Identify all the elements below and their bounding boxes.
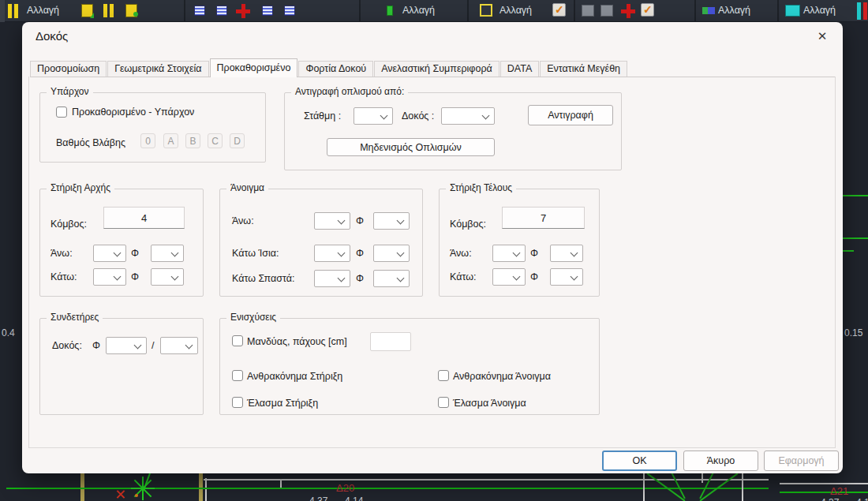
start-bottom-diameter-dropdown[interactable] [151,268,184,286]
toolbar-separator [694,0,696,22]
phi-label: Φ [530,271,538,282]
chevron-down-icon [397,249,405,257]
plate-span-checkbox[interactable] [438,397,449,408]
dimension-text: 0.4 [2,327,15,338]
toolbar-change-label[interactable]: Αλλαγή [718,5,750,16]
span-bottom-straight-count-dropdown[interactable] [314,245,350,262]
carbon-support-checkbox[interactable] [232,370,243,381]
stirrup-diameter-dropdown[interactable] [106,337,147,354]
span-top-count-dropdown[interactable] [314,212,350,230]
tab-geometrika-stoixeia[interactable]: Γεωμετρικά Στοιχεία [107,61,208,77]
chevron-down-icon [338,217,346,225]
jacket-checkbox[interactable] [232,335,243,346]
add-cross-icon[interactable] [235,3,251,19]
damage-grade-b-button[interactable]: B [185,133,200,148]
red-bar-icon[interactable] [863,2,867,20]
chevron-down-icon [482,112,490,120]
beam-dropdown[interactable] [441,107,495,125]
apply-button[interactable]: Εφαρμογή [764,451,839,471]
dimension-tick [280,479,282,488]
cyan-slab-icon[interactable] [785,5,800,17]
group-title: Στήριξη Τέλους [446,182,516,193]
span-group: Άνοιγμα Άνω: Φ Κάτω Ίσια: Φ Κάτω Σπαστά:… [219,189,423,297]
beam-columns-icon[interactable] [103,4,115,17]
plate-support-checkbox[interactable] [232,397,243,408]
top-label: Άνω: [51,248,73,259]
orange-check-icon[interactable] [641,3,654,17]
gray-tool-icon[interactable] [582,5,594,17]
damage-grade-c-button[interactable]: C [208,133,223,148]
chevron-down-icon [114,273,122,281]
application-window: Αλλαγή Αλλαγή Αλλαγή Αλλαγή Αλλαγή [0,0,868,501]
carbon-support-label: Ανθρακόνημα Στήριξη [247,371,342,382]
stirrups-group: Συνδετήρες Δοκός: Φ / [39,318,204,415]
start-top-count-dropdown[interactable] [93,245,126,262]
beam-line [843,250,854,252]
stirrup-spacing-dropdown[interactable] [160,337,198,354]
layers-icon[interactable] [284,6,295,16]
span-bottom-bent-diameter-dropdown[interactable] [373,270,410,287]
jacket-thickness-input[interactable] [370,332,411,351]
start-top-diameter-dropdown[interactable] [151,245,184,262]
tab-prosomiosi[interactable]: Προσομοίωση [30,61,107,77]
end-bottom-count-dropdown[interactable] [492,268,526,286]
ok-button[interactable]: OK [602,451,677,471]
toolbar-change-label[interactable]: Αλλαγή [499,5,532,16]
toolbar-change-label[interactable]: Αλλαγή [402,5,435,16]
wall-line [205,478,207,501]
beam-axis-line [780,492,868,493]
yellow-box-icon[interactable] [480,4,492,17]
dimension-text: 0.15 [844,327,862,338]
green-blue-icon[interactable] [702,7,715,14]
green-led-icon[interactable] [387,6,393,16]
layers-icon[interactable] [262,6,273,16]
tab-fortia-dokou[interactable]: Φορτία Δοκού [298,61,373,77]
chevron-down-icon [338,275,346,282]
beam-edit-icon[interactable] [81,4,93,17]
cancel-button[interactable]: Άκυρο [683,451,758,471]
span-bottom-bent-count-dropdown[interactable] [314,270,350,287]
tab-entatika-megethi[interactable]: Εντατικά Μεγέθη [540,61,627,77]
span-top-diameter-dropdown[interactable] [373,212,410,230]
beam-dialog: Δοκός ✕ Προσομοίωση Γεωμετρικά Στοιχεία … [22,22,843,473]
damage-grade-0-button[interactable]: 0 [140,133,155,148]
tab-prokathorismeno[interactable]: Προκαθορισμένο [210,58,298,77]
toolbar-change-label[interactable]: Αλλαγή [803,5,836,16]
chevron-down-icon [171,249,179,257]
green-dot-accent [133,12,138,17]
end-top-count-dropdown[interactable] [492,245,526,262]
node-label: Κόμβος: [450,219,486,230]
layers-icon[interactable] [194,6,205,16]
beam-check-icon[interactable] [125,4,137,17]
beam-pair-icon[interactable] [8,4,18,18]
toolbar-change-label[interactable]: Αλλαγή [27,5,59,16]
tab-anelastiki-symperifora[interactable]: Ανελαστική Συμπεριφορά [374,61,499,77]
level-dropdown[interactable] [354,107,393,125]
predefined-existing-checkbox[interactable] [56,107,67,118]
copy-button[interactable]: Αντιγραφή [528,105,613,125]
carbon-span-checkbox[interactable] [438,370,449,381]
phi-label: Φ [530,248,538,259]
gray-tool-icon[interactable] [600,5,613,17]
start-node-field[interactable]: 4 [103,207,185,229]
top-label: Άνω: [450,248,472,259]
layers-icon[interactable] [216,6,227,16]
reset-reinforcement-button[interactable]: Μηδενισμός Οπλισμών [327,138,495,156]
start-bottom-count-dropdown[interactable] [93,268,126,286]
end-node-field[interactable]: 7 [502,207,585,229]
end-bottom-diameter-dropdown[interactable] [550,268,583,286]
beam-label: Δ21 [830,485,848,497]
tab-data[interactable]: DATA [500,61,539,77]
close-icon[interactable]: ✕ [813,27,832,46]
orange-check-icon[interactable] [552,3,566,17]
copy-reinforcement-group: Αντιγραφή οπλισμού από: Στάθμη : Δοκός :… [284,92,622,170]
end-top-diameter-dropdown[interactable] [550,245,583,262]
node-dot [135,494,138,497]
slash-label: / [152,340,154,351]
damage-grade-d-button[interactable]: D [230,133,245,148]
add-cross-icon[interactable] [620,3,636,19]
damage-grade-a-button[interactable]: A [163,133,178,148]
span-bottom-straight-diameter-dropdown[interactable] [373,245,410,262]
cyan-bar-icon[interactable] [857,2,861,20]
bottom-label: Κάτω: [450,271,476,282]
